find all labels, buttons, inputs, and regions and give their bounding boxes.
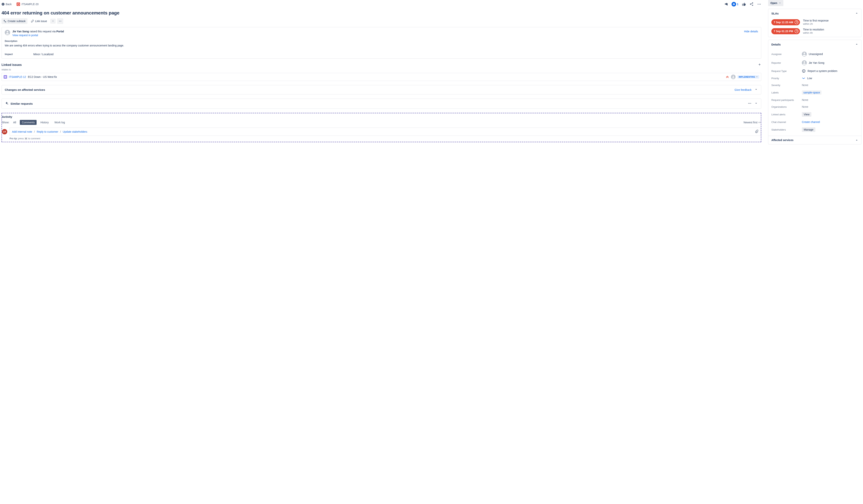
share-icon[interactable] — [749, 2, 754, 6]
detail-request-type[interactable]: Request Type Report a system problem — [771, 67, 858, 75]
slas-heading: SLAs — [771, 12, 779, 15]
tab-history[interactable]: History — [38, 120, 51, 125]
tab-worklog[interactable]: Work log — [53, 120, 67, 125]
attach-icon[interactable] — [755, 130, 759, 134]
comment-compose-box[interactable]: Add internal note / Reply to customer / … — [10, 128, 761, 136]
linked-issue-row[interactable]: ITSAMPLE-12 EC2 Down - US West fix IMPLE… — [1, 73, 761, 81]
page-title: 404 error returning on customer announce… — [1, 10, 761, 16]
sort-newest-first[interactable]: Newest first — [743, 121, 761, 124]
sla-within: within 2h — [803, 23, 828, 25]
manage-stakeholders-chip[interactable]: Manage — [802, 127, 815, 132]
watch-count: 1 — [737, 3, 738, 6]
reply-to-customer-link[interactable]: Reply to customer — [37, 130, 58, 133]
linked-relation: relates to — [1, 68, 761, 71]
detail-priority[interactable]: Priority Low — [771, 75, 858, 82]
priority-low-icon — [802, 77, 805, 80]
detail-assignee[interactable]: Assignee Unassigned — [771, 50, 858, 59]
toolbar-more-button[interactable] — [57, 18, 63, 24]
chevron-down-icon — [779, 2, 781, 4]
svg-point-9 — [7, 31, 8, 33]
svg-point-2 — [759, 4, 760, 4]
sla-time-pill: 7 Sep 01:23 PM — [771, 28, 800, 34]
feedback-icon[interactable] — [724, 2, 728, 6]
create-channel-link[interactable]: Create channel — [802, 120, 820, 124]
similar-requests-heading: Similar requests — [11, 102, 33, 105]
linked-issues-heading: Linked issues — [1, 63, 22, 67]
svg-point-6 — [59, 21, 60, 22]
svg-point-17 — [803, 72, 804, 72]
sla-row: 7 Sep 11:23 AM Time to first response wi… — [771, 19, 858, 25]
linked-status-lozenge[interactable]: IMPLEMENTING — [737, 75, 759, 79]
tab-comments[interactable]: Comments — [20, 120, 37, 125]
collapse-slas[interactable] — [855, 12, 858, 15]
clock-icon — [795, 21, 798, 24]
avatar-icon — [802, 60, 807, 65]
expand-similar-requests[interactable] — [754, 102, 758, 105]
impact-label: Impact — [5, 53, 33, 56]
like-icon[interactable] — [742, 2, 746, 6]
update-stakeholders-link[interactable]: Update stakeholders — [63, 130, 87, 133]
subtask-icon — [3, 20, 7, 23]
linked-assignee-avatar — [731, 75, 736, 79]
detail-participants[interactable]: Request participants None — [771, 96, 858, 103]
svg-point-15 — [803, 61, 805, 63]
sparkle-icon — [5, 101, 9, 106]
svg-point-10 — [733, 76, 734, 77]
link-issue-dropdown[interactable] — [50, 19, 55, 24]
slas-panel: SLAs 7 Sep 11:23 AM Time to first respon… — [768, 9, 862, 37]
view-alerts-chip[interactable]: View — [802, 112, 811, 117]
svg-point-13 — [750, 103, 751, 104]
add-linked-issue-button[interactable] — [758, 63, 761, 67]
detail-stakeholders[interactable]: Stakeholders Manage — [771, 126, 858, 134]
label-chip[interactable]: sample-space — [802, 90, 822, 94]
svg-point-0 — [2, 3, 4, 6]
watch-button[interactable]: 1 — [731, 2, 738, 7]
avatar-icon — [802, 52, 807, 56]
linked-issue-key[interactable]: ITSAMPLE-12 — [9, 75, 26, 78]
similar-more-button[interactable] — [748, 101, 752, 106]
detail-organizations[interactable]: Organizations None — [771, 103, 858, 110]
detail-labels[interactable]: Labels sample-space — [771, 89, 858, 96]
activity-section: Activity Show: All Comments History Work… — [1, 113, 761, 142]
arrow-left-icon — [1, 3, 4, 6]
activity-show-label: Show: — [2, 121, 9, 124]
sort-icon — [758, 121, 761, 124]
back-button[interactable]: Back — [1, 3, 12, 6]
requester-avatar — [5, 30, 10, 35]
link-issue-button[interactable]: Link issue — [29, 18, 49, 24]
sla-name: Time to resolution — [803, 28, 824, 31]
clock-icon — [795, 29, 798, 33]
status-dropdown[interactable]: Open — [768, 0, 783, 6]
activity-heading: Activity — [2, 115, 761, 120]
impact-value: Minor / Localized — [33, 53, 53, 56]
detail-linked-alerts[interactable]: Linked alerts View — [771, 110, 858, 119]
details-heading: Details — [771, 43, 781, 46]
details-panel: Details Assignee Unassigned Reporter Jie… — [768, 40, 862, 144]
expand-affected-services[interactable] — [754, 88, 758, 92]
issue-key: ITSAMPLE-20 — [22, 3, 38, 6]
chevron-down-icon — [756, 76, 758, 78]
create-subtask-button[interactable]: Create subtask — [1, 18, 27, 24]
similar-requests-card: Similar requests — [1, 99, 761, 109]
detail-reporter[interactable]: Reporter Jie Yan Song — [771, 59, 858, 67]
give-feedback-link[interactable]: Give feedback — [735, 88, 752, 91]
request-summary-card: Jie Yan Song raised this request via Por… — [1, 27, 761, 59]
detail-chat-channel[interactable]: Chat channel Create channel — [771, 119, 858, 126]
svg-rect-4 — [4, 20, 5, 21]
detail-severity[interactable]: Severity None — [771, 82, 858, 89]
collapse-details[interactable] — [855, 43, 858, 46]
svg-point-7 — [60, 21, 61, 22]
svg-point-11 — [748, 103, 749, 104]
tab-all[interactable]: All — [11, 120, 18, 125]
affected-services-row[interactable]: Affected services — [768, 136, 861, 144]
alert-circle-icon — [802, 69, 806, 73]
linked-issues-section: Linked issues relates to ITSAMPLE-12 EC2… — [1, 63, 761, 81]
view-in-portal-link[interactable]: View request in portal — [12, 34, 742, 37]
affected-services-heading: Changes on affected services — [5, 88, 45, 91]
svg-point-8 — [61, 21, 62, 22]
breadcrumb-issue-key[interactable]: ITSAMPLE-20 — [16, 2, 38, 6]
more-actions-icon[interactable] — [757, 2, 761, 6]
chevron-down-icon — [52, 20, 54, 22]
add-internal-note-link[interactable]: Add internal note — [12, 130, 32, 133]
hide-details-link[interactable]: Hide details — [744, 30, 758, 33]
